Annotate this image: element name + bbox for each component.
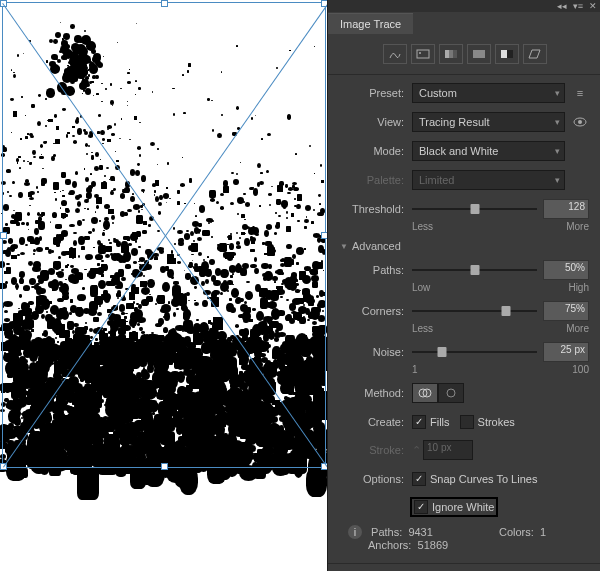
svg-rect-0 (417, 50, 429, 58)
threshold-label: Threshold: (340, 203, 412, 215)
preset-menu-icon[interactable]: ≡ (571, 87, 589, 99)
view-dropdown[interactable]: Tracing Result (412, 112, 565, 132)
mode-dropdown[interactable]: Black and White (412, 141, 565, 161)
svg-point-9 (578, 120, 582, 124)
flyout-menu-icon[interactable]: ▾≡ (573, 1, 583, 11)
preset-dropdown[interactable]: Custom (412, 83, 565, 103)
mode-label: Mode: (340, 145, 412, 157)
noise-high-label: 100 (572, 364, 589, 375)
svg-rect-3 (449, 50, 453, 58)
noise-value[interactable]: 25 px (543, 342, 589, 362)
preset-low-color-icon[interactable] (439, 44, 463, 64)
close-panel-icon[interactable]: ✕ (589, 1, 597, 11)
svg-rect-2 (445, 50, 449, 58)
paths-value[interactable]: 50% (543, 260, 589, 280)
noise-slider[interactable] (412, 344, 537, 360)
method-abutting-icon[interactable] (412, 383, 438, 403)
create-label: Create: (340, 416, 412, 428)
paths-low-label: Low (412, 282, 430, 293)
flyout-left-icon[interactable]: ◂◂ (557, 1, 567, 11)
fills-checkbox[interactable]: ✓ (412, 415, 426, 429)
threshold-slider[interactable] (412, 201, 537, 217)
palette-dropdown: Limited (412, 170, 565, 190)
paths-slider[interactable] (412, 262, 537, 278)
preset-black-white-icon[interactable] (495, 44, 519, 64)
advanced-section-toggle[interactable]: Advanced (340, 240, 589, 252)
traced-artwork[interactable]: // generated splats inserted below via p… (2, 2, 324, 468)
preset-label: Preset: (340, 87, 412, 99)
corners-low-label: Less (412, 323, 433, 334)
snap-curves-checkbox[interactable]: ✓ (412, 472, 426, 486)
trace-preset-icons (328, 34, 600, 75)
preset-grayscale-icon[interactable] (467, 44, 491, 64)
image-trace-panel: ◂◂ ▾≡ ✕ Image Trace Preset: Custom ≡ Vie… (327, 0, 600, 571)
corners-value[interactable]: 75% (543, 301, 589, 321)
noise-low-label: 1 (412, 364, 418, 375)
stat-paths-label: Paths: (371, 526, 402, 538)
options-label: Options: (340, 473, 412, 485)
panel-tab-bar: Image Trace (328, 12, 600, 34)
info-icon: i (348, 525, 362, 539)
stat-paths-value: 9431 (408, 526, 432, 538)
stat-anchors-label: Anchors: (368, 539, 411, 551)
corners-high-label: More (566, 323, 589, 334)
svg-rect-7 (507, 50, 513, 58)
canvas-area[interactable]: // generated splats inserted below via p… (0, 0, 327, 571)
preset-auto-color-icon[interactable] (383, 44, 407, 64)
tab-image-trace[interactable]: Image Trace (328, 13, 413, 34)
threshold-value[interactable]: 128 (543, 199, 589, 219)
noise-label: Noise: (340, 346, 412, 358)
svg-rect-5 (473, 50, 485, 58)
svg-rect-4 (453, 50, 457, 58)
strokes-checkbox[interactable] (460, 415, 474, 429)
method-overlapping-icon[interactable] (438, 383, 464, 403)
panel-header: ◂◂ ▾≡ ✕ (328, 0, 600, 12)
preset-high-color-icon[interactable] (411, 44, 435, 64)
svg-rect-6 (501, 50, 507, 58)
stroke-label: Stroke: (340, 444, 412, 456)
preset-outline-icon[interactable] (523, 44, 547, 64)
threshold-low-label: Less (412, 221, 433, 232)
ignore-white-checkbox[interactable]: ✓ (414, 500, 428, 514)
svg-point-1 (419, 52, 421, 54)
paths-high-label: High (568, 282, 589, 293)
corners-label: Corners: (340, 305, 412, 317)
strokes-label: Strokes (478, 416, 515, 428)
view-eye-icon[interactable] (571, 117, 589, 127)
paths-label: Paths: (340, 264, 412, 276)
stat-anchors-value: 51869 (418, 539, 449, 551)
corners-slider[interactable] (412, 303, 537, 319)
palette-label: Palette: (340, 174, 412, 186)
stroke-value: 10 px (423, 440, 473, 460)
snap-curves-label: Snap Curves To Lines (430, 473, 537, 485)
threshold-high-label: More (566, 221, 589, 232)
stat-colors-label: Colors: (499, 526, 534, 538)
stat-colors-value: 1 (540, 526, 546, 538)
fills-label: Fills (430, 416, 450, 428)
method-label: Method: (340, 387, 412, 399)
view-label: View: (340, 116, 412, 128)
ignore-white-label: Ignore White (432, 501, 494, 513)
svg-point-12 (447, 389, 455, 397)
